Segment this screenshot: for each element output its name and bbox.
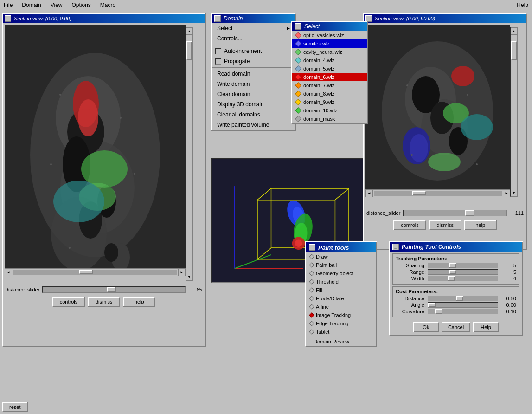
menu-display-3d[interactable]: Display 3D domain [212,99,295,110]
controls-btn-left[interactable]: controls [52,297,85,307]
curvature-slider[interactable] [428,309,498,314]
select-cavity-neural[interactable]: cavity_neural.wlz [292,48,367,56]
canvas-right[interactable]: ◄ ► [365,25,510,197]
menu-view[interactable]: View [49,1,64,9]
scroll-thumb-h-right[interactable] [412,191,426,195]
select-domain9[interactable]: domain_9.wlz [292,98,367,106]
cancel-btn[interactable]: Cancel [442,322,470,332]
controls-btn-right[interactable]: controls [393,220,426,230]
minimize-paint-tools[interactable]: _ [309,244,315,251]
tool-fill[interactable]: Fill [306,286,376,294]
scroll-thumb-v-left[interactable] [186,41,192,60]
menu-propogate[interactable]: Propogate [212,56,295,66]
svg-point-17 [134,173,135,175]
menu-options[interactable]: Options [70,1,93,9]
scroll-left-right[interactable]: ◄ [365,190,373,197]
width-slider[interactable] [428,276,498,281]
menu-file[interactable]: File [2,1,14,9]
menu-clear-domain[interactable]: Clear domain [212,89,295,99]
tool-draw[interactable]: Draw [306,252,376,261]
canvas-left[interactable]: ◄ ► [5,25,186,276]
distance-slider-left[interactable] [42,286,186,293]
cost-params: Cost Parameters: Distance: 0.50 Angle: 0… [392,286,519,317]
scrollbar-h-left[interactable]: ◄ ► [5,268,186,276]
minimize-paint-controls[interactable]: _ [392,244,399,250]
select-domain7[interactable]: domain_7.wlz [292,81,367,90]
distance-slider-ctrl[interactable] [428,296,498,301]
tool-domain-review[interactable]: Domain Review [306,337,376,346]
scroll-up-right[interactable]: ▲ [511,27,517,35]
scrollbar-v-right[interactable]: ▲ ▼ [510,27,518,197]
slider-thumb-left[interactable] [107,287,116,292]
angle-thumb[interactable] [428,303,436,307]
select-domain8[interactable]: domain_8.wlz [292,90,367,98]
tool-tablet[interactable]: Tablet [306,328,376,336]
minimize-select[interactable]: _ [295,23,301,30]
menu-domain[interactable]: Domain [20,1,43,9]
tool-edge-tracking[interactable]: Edge Tracking [306,319,376,328]
dismiss-btn-left[interactable]: dismiss [88,297,120,307]
width-value: 4 [500,276,516,281]
minimize-domain[interactable]: _ [214,15,221,22]
spacing-thumb[interactable] [449,263,456,268]
color-mask [295,116,301,122]
menu-read-domain[interactable]: Read domain [212,69,295,79]
help-btn-left[interactable]: help [123,297,155,307]
domain-menu-items: Select Controls... Auto-increment Propog… [212,23,295,130]
select-domain4[interactable]: domain_4.wlz [292,56,367,65]
menu-macro[interactable]: Macro [98,1,117,9]
label-d5: domain_5.wlz [303,66,334,71]
scroll-right-right[interactable]: ► [503,190,510,197]
range-slider[interactable] [428,269,498,275]
menu-help[interactable]: Help [515,1,530,9]
ok-btn[interactable]: Ok [413,322,439,332]
menu-controls[interactable]: Controls... [212,33,295,44]
width-thumb[interactable] [448,276,455,281]
distance-slider-right[interactable] [403,210,507,216]
curvature-label: Curvature: [396,309,426,314]
tool-affine[interactable]: Affine [306,303,376,311]
scroll-thumb-h-left[interactable] [79,270,93,274]
select-somites[interactable]: somites.wlz [292,39,367,48]
tool-threshold[interactable]: Threshold [306,278,376,286]
scroll-left-btn[interactable]: ◄ [5,269,12,276]
tool-image-tracking[interactable]: Image Tracking [306,311,376,319]
tool-paint-ball[interactable]: Paint ball [306,261,376,269]
help-btn-right[interactable]: help [464,220,497,230]
select-domain5[interactable]: domain_5.wlz [292,65,367,73]
menu-clear-all[interactable]: Clear all domains [212,110,295,120]
menu-write-domain[interactable]: Write domain [212,79,295,89]
menu-select[interactable]: Select [212,23,295,33]
tool-edge-tracking-icon [309,321,314,326]
label-mask: domain_mask [303,116,335,122]
reset-button[interactable]: reset [2,402,28,412]
paint-tools-titlebar: _ Paint tools [306,242,376,252]
menu-write-painted[interactable]: Write painted volume [212,120,295,130]
scroll-right-btn[interactable]: ► [178,269,186,276]
dismiss-btn-right[interactable]: dismiss [429,220,461,230]
curvature-thumb[interactable] [435,309,442,314]
select-domain-mask[interactable]: domain_mask [292,115,367,123]
tool-erode-dilate[interactable]: Erode/Dilate [306,294,376,303]
scroll-down-right[interactable]: ▼ [511,189,517,196]
scrollbar-h-right[interactable]: ◄ ► [365,189,510,197]
range-thumb[interactable] [449,270,456,274]
param-spacing-row: Spacing: 5 [396,263,516,268]
spacing-slider[interactable] [428,263,498,268]
distance-thumb[interactable] [456,296,463,301]
scroll-thumb-v-right[interactable] [511,41,517,60]
embryo-svg-right [365,25,510,197]
select-domain6[interactable]: domain_6.wlz [292,73,367,81]
slider-thumb-right[interactable] [465,210,474,216]
menu-auto-increment[interactable]: Auto-increment [212,46,295,56]
angle-slider[interactable] [428,302,498,308]
menu-sep-2 [212,67,295,68]
scroll-down-left[interactable]: ▼ [186,273,192,280]
tool-geometry-object[interactable]: Geometry object [306,269,376,278]
select-optic-vesicles[interactable]: optic_vesicles.wlz [292,31,367,39]
help-btn-ctrl[interactable]: Help [473,322,499,332]
minimize-btn-left[interactable]: _ [5,15,11,22]
select-domain10[interactable]: domain_10.wlz [292,106,367,115]
scroll-up-left[interactable]: ▲ [186,27,192,35]
scrollbar-v-left[interactable]: ▲ ▼ [186,27,193,281]
